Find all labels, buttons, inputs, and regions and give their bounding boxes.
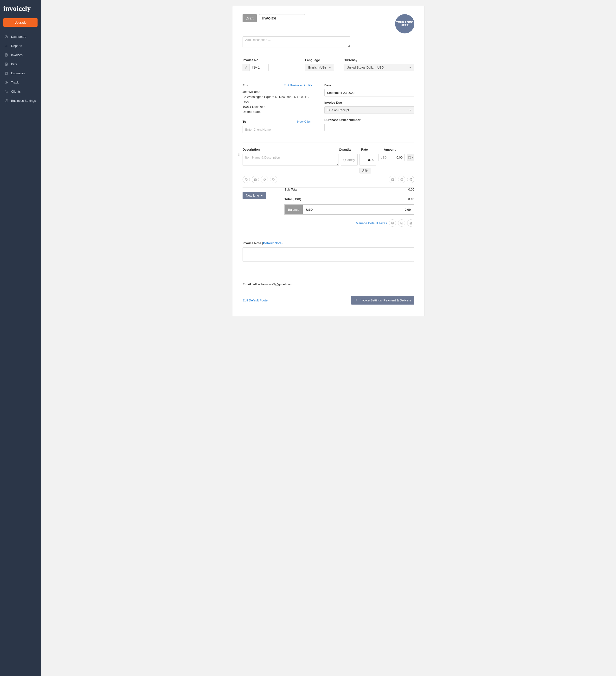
language-select[interactable]: English (US)	[305, 64, 334, 71]
svg-rect-22	[410, 223, 411, 224]
total-value: 0.00	[408, 197, 414, 201]
drag-handle-icon[interactable]: ⠿⠿	[238, 154, 240, 157]
logo-placeholder[interactable]: YOUR LOGO HERE	[395, 14, 414, 34]
svg-rect-11	[254, 178, 257, 180]
due-select[interactable]: Due on Receipt	[324, 106, 414, 114]
sidebar-item-business-settings[interactable]: Business Settings	[0, 96, 41, 105]
main: Draft YOUR LOGO HERE Invoice No. # Langu…	[41, 0, 616, 676]
sidebar-item-invoices[interactable]: Invoices	[0, 50, 41, 59]
invoice-no-label: Invoice No.	[242, 58, 295, 62]
svg-rect-17	[410, 180, 411, 181]
bar-chart-icon	[4, 44, 8, 48]
upgrade-button[interactable]: Upgrade	[3, 18, 38, 27]
gear-icon	[4, 99, 8, 103]
date-input[interactable]	[324, 89, 414, 97]
edit-business-profile-link[interactable]: Edit Business Profile	[284, 83, 312, 87]
sidebar-item-reports[interactable]: Reports	[0, 41, 41, 50]
subtotal-value: 0.00	[408, 188, 414, 191]
balance-value: 0.00	[405, 208, 411, 212]
invoice-no-input[interactable]	[249, 64, 269, 71]
item-description-input[interactable]	[242, 154, 339, 166]
dashboard-icon	[4, 35, 8, 39]
sidebar-item-estimates[interactable]: Estimates	[0, 68, 41, 78]
subtotal-label: Sub Total	[284, 188, 297, 191]
from-label: From	[242, 83, 250, 87]
clients-icon	[4, 90, 8, 93]
save-item-button[interactable]	[389, 176, 396, 183]
sidebar-item-label: Dashboard	[11, 35, 26, 39]
svg-rect-13	[391, 178, 394, 181]
svg-rect-18	[391, 222, 394, 224]
brand-logo[interactable]: invoicely	[0, 3, 41, 16]
edit-footer-link[interactable]: Edit Default Footer	[242, 298, 269, 302]
svg-point-6	[7, 91, 7, 92]
sidebar-item-clients[interactable]: Clients	[0, 87, 41, 96]
invoice-settings-button[interactable]: Invoice Settings, Payment & Delivery	[351, 296, 414, 304]
unit-select[interactable]: Unit	[359, 168, 371, 173]
discount-button[interactable]	[398, 176, 405, 183]
sidebar-item-track[interactable]: Track	[0, 78, 41, 87]
note-textarea[interactable]	[242, 247, 414, 262]
sidebar-item-label: Invoices	[11, 53, 22, 57]
to-label: To	[242, 120, 246, 123]
svg-rect-10	[245, 178, 247, 180]
quantity-input[interactable]	[341, 154, 357, 166]
from-address: Jeff Williams 22 Washington Square N, Ne…	[242, 90, 312, 115]
tag-button[interactable]	[270, 176, 277, 183]
tax-discount-button[interactable]	[398, 219, 405, 227]
new-client-link[interactable]: New Client	[297, 120, 312, 123]
currency-select[interactable]: United States Dollar - USD	[344, 64, 414, 71]
invoice-no-prefix: #	[242, 64, 249, 71]
language-label: Language	[305, 58, 334, 62]
document-in-icon	[4, 62, 8, 66]
col-head-rate: Rate	[354, 148, 375, 151]
sidebar-item-label: Track	[11, 80, 19, 84]
divider	[242, 274, 414, 274]
totals-block: Sub Total 0.00 Total (USD) 0.00 Balance …	[284, 185, 414, 227]
col-head-description: Description	[242, 148, 336, 151]
rate-input[interactable]	[359, 154, 376, 166]
sidebar-item-bills[interactable]: Bills	[0, 59, 41, 68]
default-note-link[interactable]: Default Note	[263, 241, 282, 245]
svg-point-23	[356, 299, 356, 300]
sidebar-item-label: Estimates	[11, 71, 25, 75]
svg-rect-9	[246, 179, 247, 181]
date-line-button[interactable]	[252, 176, 259, 183]
note-label: Invoice Note (Default Note)	[242, 241, 282, 245]
balance-label: Balance	[285, 205, 303, 214]
col-head-amount: Amount	[375, 148, 405, 151]
due-label: Invoice Due	[324, 101, 414, 104]
amount-display: USD 0.00	[378, 154, 405, 161]
clock-icon	[4, 80, 8, 84]
po-input[interactable]	[324, 124, 414, 131]
print-button[interactable]	[407, 176, 414, 183]
sidebar-item-label: Clients	[11, 90, 21, 93]
line-settings-button[interactable]	[407, 154, 414, 161]
invoice-card: Draft YOUR LOGO HERE Invoice No. # Langu…	[232, 6, 425, 316]
email-line: Email: jeff.williamsjw23@gmail.com	[242, 282, 414, 286]
new-line-button[interactable]: New Line	[242, 192, 266, 199]
status-badge: Draft	[242, 14, 257, 22]
date-label: Date	[324, 83, 414, 87]
svg-rect-3	[5, 72, 7, 74]
tax-print-button[interactable]	[407, 219, 414, 227]
invoice-title-input[interactable]	[259, 14, 305, 22]
divider	[242, 142, 414, 143]
tax-save-button[interactable]	[389, 219, 396, 227]
svg-point-5	[5, 91, 6, 92]
manage-taxes-link[interactable]: Manage Default Taxes	[356, 221, 387, 225]
po-label: Purchase Order Number	[324, 118, 414, 122]
document-out-icon	[4, 53, 8, 57]
sidebar-item-label: Business Settings	[11, 99, 36, 103]
description-textarea[interactable]	[242, 36, 350, 47]
sidebar-item-dashboard[interactable]: Dashboard	[0, 32, 41, 41]
copy-line-button[interactable]	[242, 176, 250, 183]
sidebar: invoicely Upgrade Dashboard Reports Invo…	[0, 0, 41, 676]
balance-currency: USD	[306, 208, 313, 212]
client-name-input[interactable]	[242, 126, 312, 133]
col-head-quantity: Quantity	[336, 148, 354, 151]
sidebar-item-label: Reports	[11, 44, 22, 48]
link-attach-button[interactable]	[261, 176, 268, 183]
currency-label: Currency	[344, 58, 414, 62]
svg-point-7	[6, 100, 7, 101]
